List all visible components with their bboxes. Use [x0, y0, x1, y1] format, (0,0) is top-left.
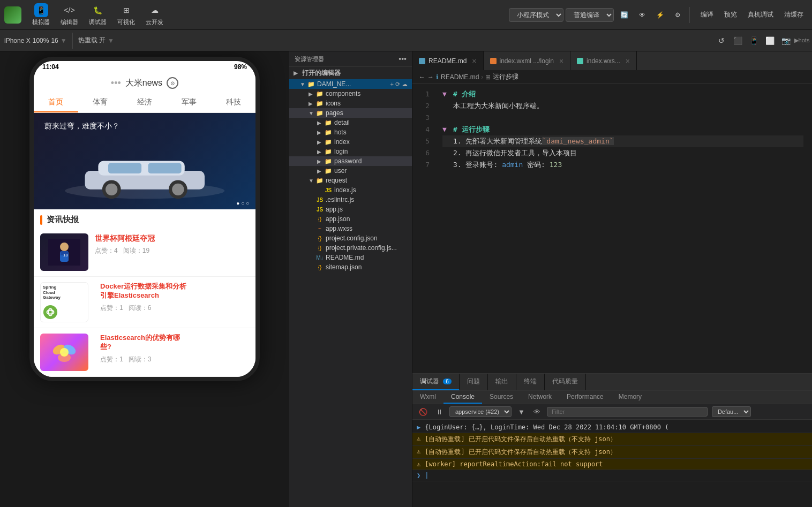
- request-folder[interactable]: ▼ 📁 request: [289, 176, 412, 185]
- console-tab-memory[interactable]: Memory: [611, 391, 649, 404]
- clear-cache-btn[interactable]: 清缓存: [780, 9, 808, 21]
- chevron-right-icons: ▶: [309, 101, 314, 107]
- password-folder[interactable]: ▶ 📁 password: [289, 156, 412, 166]
- icons-folder[interactable]: ▶ 📁 icons: [289, 99, 412, 108]
- app-wxss-file[interactable]: ▶ ~ app.wxss: [289, 224, 412, 233]
- debug-filter-input[interactable]: [547, 407, 708, 417]
- visual-icon: ⊞: [119, 3, 133, 17]
- news-item-3[interactable]: Elasticsearch的优势有哪些? 点赞：1 阅读：3: [34, 328, 255, 377]
- chevron-right-request: ▼: [309, 178, 314, 184]
- folder-icon-hots: 📁: [325, 128, 332, 136]
- settings-btn[interactable]: ⚙: [671, 10, 685, 20]
- app-title-bar: ••• 大米news ⊙: [34, 73, 255, 93]
- project-config-file[interactable]: ▶ {} project.config.json: [289, 233, 412, 243]
- pages-folder[interactable]: ▼ 📁 pages: [289, 108, 412, 118]
- banner-car-svg: [45, 138, 245, 204]
- debug-tab-main[interactable]: 调试器 6: [412, 374, 460, 390]
- debug-tab-output[interactable]: 输出: [488, 374, 516, 390]
- simulator-btn[interactable]: 📱 模拟器: [28, 1, 54, 28]
- expand-arrow[interactable]: ▶: [417, 423, 420, 431]
- nav-tab-military[interactable]: 军事: [167, 93, 211, 112]
- stop-icon[interactable]: ⬛: [732, 35, 743, 47]
- code2-btn[interactable]: ⚡: [652, 10, 668, 20]
- news-meta-3: 点赞：1 阅读：3: [100, 355, 249, 364]
- login-folder[interactable]: ▶ 📁 login: [289, 147, 412, 156]
- project-config-label: project.config.json: [326, 234, 408, 242]
- news-item-2[interactable]: SpringCloudGateway Docker运行数据采集和分析引擎Elas…: [34, 277, 255, 328]
- more-icon[interactable]: •••: [399, 55, 407, 63]
- console-tab-wxml[interactable]: Wxml: [412, 391, 443, 404]
- app-js-file[interactable]: ▶ JS app.js: [289, 205, 412, 214]
- tab-index-wxss[interactable]: index.wxs... ×: [570, 51, 637, 70]
- bc-readme[interactable]: README.md: [441, 73, 479, 81]
- debug-level-select[interactable]: Defau...: [712, 406, 751, 417]
- index-js-file[interactable]: ▶ JS index.js: [289, 185, 412, 195]
- debug-service-select[interactable]: appservice (#22): [449, 406, 512, 417]
- news-item-1[interactable]: 10 世界杯阿根廷夺冠 点赞：4 阅读：19: [34, 228, 255, 277]
- project-private-file[interactable]: ▶ {} project.private.config.js...: [289, 243, 412, 253]
- spring-cloud-text: SpringCloudGateway: [43, 285, 61, 300]
- nav-tab-tech[interactable]: 科技: [211, 93, 255, 112]
- nav-tab-sports[interactable]: 体育: [78, 93, 123, 112]
- reload-icon[interactable]: ↺: [716, 35, 727, 47]
- code-area[interactable]: ▼ # 介绍 本工程为大米新闻小程序端。 ▼ # 运行步骤 1. 先部署大米新闻…: [434, 84, 812, 373]
- menu-dots[interactable]: •••: [111, 78, 121, 89]
- app-wxss-label: app.wxss: [326, 225, 408, 232]
- nav-tab-home[interactable]: 首页: [34, 93, 78, 112]
- bc-back[interactable]: ←: [419, 73, 425, 81]
- debug-prompt-line[interactable]: ❯ |: [412, 470, 812, 481]
- console-tab-sources[interactable]: Sources: [482, 391, 521, 404]
- debug-tab-terminal[interactable]: 终端: [516, 374, 545, 390]
- preview-btn[interactable]: 预览: [720, 9, 741, 21]
- project-root[interactable]: ▼ 📁 DAMI_NE... + ⟳ ☁: [289, 79, 412, 89]
- components-folder[interactable]: ▶ 📁 components: [289, 89, 412, 99]
- debug-dropdown-btn[interactable]: ▼: [516, 407, 527, 417]
- record-btn[interactable]: ⊙: [167, 77, 178, 89]
- app-json-file[interactable]: ▶ {} app.json: [289, 214, 412, 224]
- debug-pause-btn[interactable]: ⏸: [434, 407, 445, 417]
- debug-tab-quality[interactable]: 代码质量: [545, 374, 586, 390]
- editor-btn[interactable]: </> 编辑器: [56, 1, 82, 28]
- tab-close-wxml[interactable]: ×: [559, 57, 563, 65]
- debug-stop-btn[interactable]: 🚫: [417, 407, 430, 417]
- open-editors-header[interactable]: ▶ 打开的编辑器: [289, 67, 412, 79]
- eslintrc-file[interactable]: ▶ JS .eslintrc.js: [289, 195, 412, 205]
- console-tab-console[interactable]: Console: [443, 391, 482, 404]
- readme-file[interactable]: ▶ M↓ README.md: [289, 253, 412, 262]
- bc-sep-1: ›: [481, 73, 483, 81]
- debug-tab-issues[interactable]: 问题: [460, 374, 488, 390]
- warn-icon-2: ⚠: [417, 448, 420, 455]
- index-folder[interactable]: ▶ 📁 index: [289, 137, 412, 147]
- json-icon-sitemap: {}: [316, 263, 324, 271]
- nav-tab-economy[interactable]: 经济: [123, 93, 167, 112]
- sitemap-file[interactable]: ▶ {} sitemap.json: [289, 262, 412, 272]
- file-panel-header: 资源管理器 •••: [289, 51, 412, 67]
- screenshot-icon[interactable]: 📷: [780, 35, 792, 47]
- tab-close-wxss[interactable]: ×: [626, 57, 630, 65]
- cloud-btn[interactable]: ☁ 云开发: [141, 1, 168, 28]
- top-toolbar: 📱 模拟器 </> 编辑器 🐛 调试器 ⊞ 可视化 ☁ 云开发 小程序模式 普通…: [0, 0, 812, 30]
- console-tab-performance[interactable]: Performance: [559, 391, 611, 404]
- device-debug-btn[interactable]: 真机调试: [743, 9, 778, 21]
- hots-folder[interactable]: ▶ 📁 hots: [289, 127, 412, 137]
- preview-icon-btn[interactable]: 👁: [635, 10, 650, 20]
- compile-btn[interactable]: 编译: [696, 9, 718, 21]
- tab-close-readme[interactable]: ×: [472, 57, 476, 65]
- phone2-icon[interactable]: 📱: [748, 35, 760, 47]
- svg-point-14: [43, 305, 57, 319]
- detail-folder[interactable]: ▶ 📁 detail: [289, 118, 412, 127]
- console-tab-network[interactable]: Network: [521, 391, 559, 404]
- refresh-btn[interactable]: 🔄: [616, 10, 633, 20]
- tab-index-wxml[interactable]: index.wxml .../login ×: [484, 51, 571, 70]
- user-folder[interactable]: ▶ 📁 user: [289, 166, 412, 176]
- compile-mode[interactable]: 普通编译: [566, 8, 614, 22]
- visual-btn[interactable]: ⊞ 可视化: [113, 1, 139, 28]
- fullscreen-icon[interactable]: ⬜: [764, 35, 776, 47]
- code-line-7: 3. 登录账号: admin 密码: 123: [442, 159, 803, 171]
- tab-readme[interactable]: README.md ×: [412, 51, 484, 70]
- bc-forward[interactable]: →: [427, 73, 434, 81]
- mode-select[interactable]: 小程序模式: [509, 8, 563, 22]
- debug-eye-btn[interactable]: 👁: [531, 407, 543, 417]
- debugger-btn[interactable]: 🐛 调试器: [85, 1, 111, 28]
- js-icon-index: JS: [325, 186, 332, 194]
